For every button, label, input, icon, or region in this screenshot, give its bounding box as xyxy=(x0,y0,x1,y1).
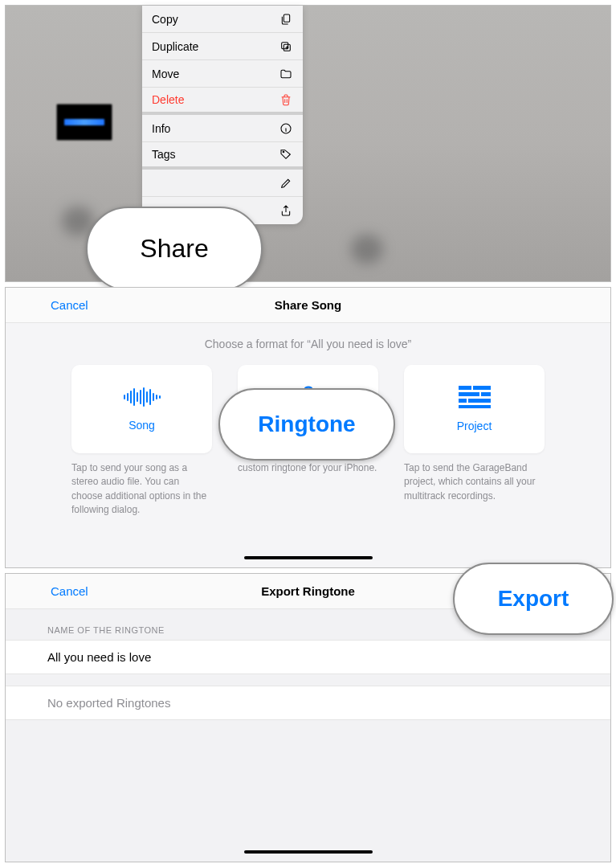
highlight-export: Export xyxy=(453,563,614,635)
context-menu-panel: Copy Duplicate Move Delete Info xyxy=(5,5,611,282)
export-ringtone-panel: Cancel Export Ringtone Name of the Ringt… xyxy=(5,573,611,862)
menu-item-move[interactable]: Move xyxy=(142,60,303,88)
svg-rect-0 xyxy=(284,14,289,22)
svg-rect-19 xyxy=(459,392,479,396)
menu-item-info[interactable]: Info xyxy=(142,115,303,142)
empty-state: No exported Ringtones xyxy=(6,686,610,720)
menu-item-tags[interactable]: Tags xyxy=(142,142,303,170)
trash-icon xyxy=(279,92,293,107)
share-icon xyxy=(279,203,293,218)
navbar: Cancel Share Song xyxy=(6,288,610,323)
svg-rect-20 xyxy=(481,392,491,396)
cancel-button[interactable]: Cancel xyxy=(51,584,88,598)
svg-rect-23 xyxy=(459,405,491,408)
blurred-element xyxy=(351,235,383,264)
menu-item-rename[interactable] xyxy=(142,170,303,197)
option-label: Song xyxy=(129,419,155,432)
option-desc: custom ringtone for your iPhone. xyxy=(238,461,378,475)
context-menu: Copy Duplicate Move Delete Info xyxy=(142,6,303,224)
subtitle: Choose a format for “All you need is lov… xyxy=(6,338,610,350)
menu-item-delete[interactable]: Delete xyxy=(142,88,303,115)
tracks-icon xyxy=(459,386,491,408)
option-label: Project xyxy=(457,420,492,432)
tag-icon xyxy=(279,147,293,162)
menu-label: Duplicate xyxy=(152,40,198,53)
highlight-label: Ringtone xyxy=(258,411,355,437)
cancel-button[interactable]: Cancel xyxy=(51,298,88,312)
folder-icon xyxy=(279,67,293,81)
highlight-ringtone: Ringtone xyxy=(218,388,395,461)
option-desc: Tap to send your song as a stereo audio … xyxy=(71,461,212,518)
option-song[interactable]: Song Tap to send your song as a stereo a… xyxy=(71,365,212,518)
menu-label: Tags xyxy=(152,148,176,161)
waveform-icon xyxy=(123,387,161,407)
share-song-panel: Cancel Share Song Choose a format for “A… xyxy=(5,287,611,568)
svg-point-4 xyxy=(283,151,284,153)
svg-rect-17 xyxy=(459,386,471,390)
copy-icon xyxy=(279,12,293,27)
option-desc: Tap to send the GarageBand project, whic… xyxy=(404,461,545,503)
svg-rect-18 xyxy=(473,386,491,390)
option-project[interactable]: Project Tap to send the GarageBand proje… xyxy=(404,365,545,503)
highlight-label: Export xyxy=(498,586,569,612)
menu-item-duplicate[interactable]: Duplicate xyxy=(142,33,303,60)
home-indicator xyxy=(244,850,373,854)
ringtone-name-field[interactable]: All you need is love xyxy=(6,640,610,674)
menu-label: Delete xyxy=(152,93,184,106)
svg-rect-22 xyxy=(468,399,491,403)
menu-label: Info xyxy=(152,122,170,135)
home-indicator xyxy=(244,556,373,559)
highlight-share: Share xyxy=(86,207,263,291)
project-thumbnail[interactable] xyxy=(56,104,112,141)
menu-item-copy[interactable]: Copy xyxy=(142,6,303,33)
svg-rect-21 xyxy=(459,399,467,403)
menu-label: Move xyxy=(152,68,179,80)
info-icon xyxy=(279,121,293,136)
pencil-icon xyxy=(279,176,293,190)
menu-label: Copy xyxy=(152,13,178,26)
duplicate-icon xyxy=(279,39,293,54)
highlight-label: Share xyxy=(140,234,208,264)
page-title: Export Ringtone xyxy=(261,584,355,598)
page-title: Share Song xyxy=(275,298,341,312)
